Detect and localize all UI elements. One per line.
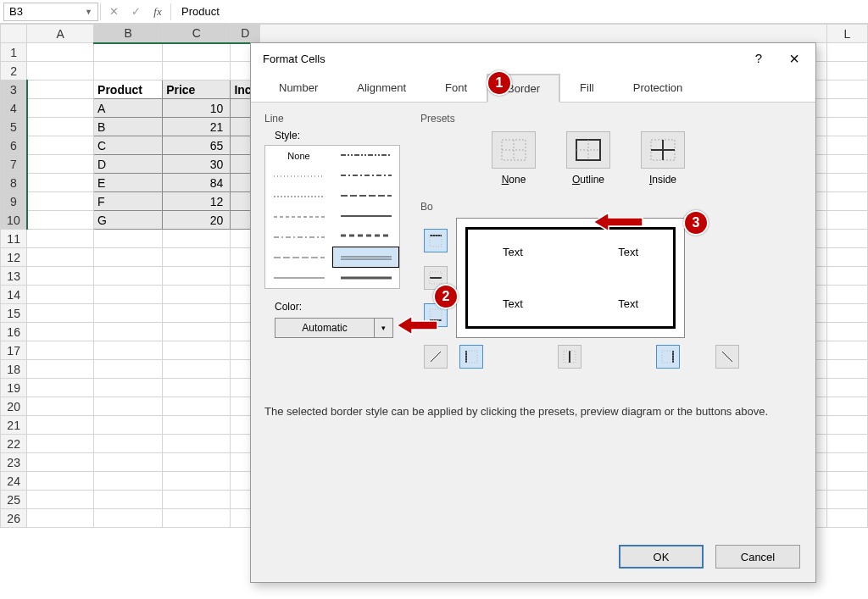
line-style-option[interactable] — [265, 166, 332, 186]
ok-button[interactable]: OK — [619, 545, 704, 568]
name-box[interactable]: B3 ▼ — [3, 3, 98, 21]
accept-formula-icon[interactable]: ✓ — [125, 5, 147, 18]
border-top-button[interactable] — [424, 229, 448, 252]
line-style-option[interactable] — [332, 186, 399, 206]
dialog-help-note: The selected border style can be applied… — [264, 405, 802, 418]
line-style-option[interactable] — [265, 227, 332, 247]
cell[interactable]: E — [94, 174, 163, 192]
preset-none-button[interactable] — [492, 131, 536, 169]
preview-text: Text — [503, 246, 523, 258]
row-header[interactable]: 15 — [1, 304, 27, 323]
row-header[interactable]: 23 — [1, 453, 27, 472]
cell[interactable]: Product — [94, 80, 163, 99]
cell[interactable]: D — [94, 155, 163, 174]
line-style-none[interactable]: None — [265, 146, 332, 166]
cancel-button[interactable]: Cancel — [715, 545, 800, 568]
row-header[interactable]: 24 — [1, 472, 27, 491]
help-button[interactable]: ? — [743, 46, 775, 71]
row-header[interactable]: 20 — [1, 397, 27, 416]
line-style-option[interactable] — [332, 268, 399, 288]
select-all-corner[interactable] — [1, 25, 27, 43]
row-header[interactable]: 22 — [1, 435, 27, 453]
row-header[interactable]: 19 — [1, 379, 27, 397]
cell[interactable]: B — [94, 118, 163, 136]
col-header-gap[interactable] — [260, 25, 827, 43]
tab-protection[interactable]: Protection — [614, 74, 703, 102]
row-header[interactable]: 11 — [1, 230, 27, 248]
col-header[interactable]: A — [27, 25, 94, 43]
line-style-option[interactable] — [332, 166, 399, 186]
cell[interactable]: F — [94, 192, 163, 211]
col-header[interactable]: D — [231, 25, 260, 43]
row-header[interactable]: 14 — [1, 286, 27, 304]
cell[interactable]: C — [94, 136, 163, 155]
row-header[interactable]: 6 — [1, 136, 27, 155]
row-header[interactable]: 5 — [1, 118, 27, 136]
cell[interactable]: 65 — [163, 136, 231, 155]
col-header[interactable]: B — [94, 25, 163, 43]
row-header[interactable]: 13 — [1, 267, 27, 286]
cell[interactable]: 12 — [163, 192, 231, 211]
cell[interactable]: Price — [163, 80, 231, 99]
row-header[interactable]: 3 — [1, 80, 27, 99]
row-header[interactable]: 16 — [1, 323, 27, 341]
border-middle-v-button[interactable] — [558, 345, 581, 369]
row-header[interactable]: 8 — [1, 174, 27, 192]
preset-inside-button[interactable] — [641, 131, 685, 169]
border-diag-down-button[interactable] — [715, 345, 739, 369]
color-select[interactable]: Automatic — [275, 318, 375, 338]
cell[interactable]: 21 — [163, 118, 231, 136]
row-header[interactable]: 7 — [1, 155, 27, 174]
tab-font[interactable]: Font — [426, 74, 487, 102]
cell[interactable]: 84 — [163, 174, 231, 192]
tab-fill[interactable]: Fill — [560, 74, 614, 102]
cell[interactable]: G — [94, 211, 163, 230]
border-left-button[interactable] — [459, 345, 483, 369]
name-box-value: B3 — [9, 5, 23, 18]
row-header[interactable]: 21 — [1, 416, 27, 435]
chevron-down-icon[interactable]: ▼ — [85, 8, 92, 16]
cell[interactable]: 30 — [163, 155, 231, 174]
annotation-callout-3: 3 — [683, 210, 709, 236]
row-header[interactable]: 9 — [1, 192, 27, 211]
cell[interactable]: 10 — [163, 99, 231, 118]
line-style-option[interactable] — [265, 186, 332, 207]
row-header[interactable]: 26 — [1, 509, 27, 528]
col-header[interactable]: C — [163, 25, 231, 43]
tab-number[interactable]: Number — [259, 74, 337, 102]
formula-input[interactable]: Product — [173, 5, 868, 18]
line-style-option[interactable] — [332, 206, 399, 226]
row-header[interactable]: 2 — [1, 62, 27, 80]
row-header[interactable]: 1 — [1, 43, 27, 62]
line-style-option[interactable] — [332, 247, 399, 269]
preview-text: Text — [503, 297, 523, 310]
row-header[interactable]: 17 — [1, 341, 27, 360]
line-style-option[interactable] — [265, 268, 332, 288]
row-header[interactable]: 25 — [1, 491, 27, 509]
line-style-option[interactable] — [332, 226, 399, 247]
dialog-tabs: Number Alignment Font Border Fill Protec… — [251, 74, 815, 103]
preset-outline-button[interactable] — [566, 131, 610, 169]
line-style-option[interactable] — [265, 207, 332, 227]
col-header[interactable]: L — [826, 25, 867, 43]
row-header[interactable]: 10 — [1, 211, 27, 230]
close-button[interactable]: × — [778, 46, 810, 71]
row-header[interactable]: 18 — [1, 360, 27, 379]
fx-icon[interactable]: fx — [147, 5, 169, 19]
row-header[interactable]: 12 — [1, 248, 27, 267]
tab-alignment[interactable]: Alignment — [337, 74, 426, 102]
border-panel: Line Style: None — [251, 103, 815, 536]
border-preview[interactable]: Text Text Text Text — [456, 218, 685, 338]
border-diag-up-button[interactable] — [424, 345, 448, 369]
line-style-list[interactable]: None — [264, 145, 400, 289]
line-style-option[interactable] — [332, 146, 399, 166]
annotation-callout-1: 1 — [487, 70, 512, 96]
border-right-button[interactable] — [656, 345, 680, 369]
cell[interactable]: A — [94, 99, 163, 118]
chevron-down-icon[interactable]: ▾ — [375, 318, 393, 338]
line-style-option[interactable] — [265, 247, 332, 268]
cancel-formula-icon[interactable]: ✕ — [103, 5, 125, 18]
row-header[interactable]: 4 — [1, 99, 27, 118]
cell[interactable]: 20 — [163, 211, 231, 230]
dialog-titlebar[interactable]: Format Cells ? × — [251, 43, 815, 74]
